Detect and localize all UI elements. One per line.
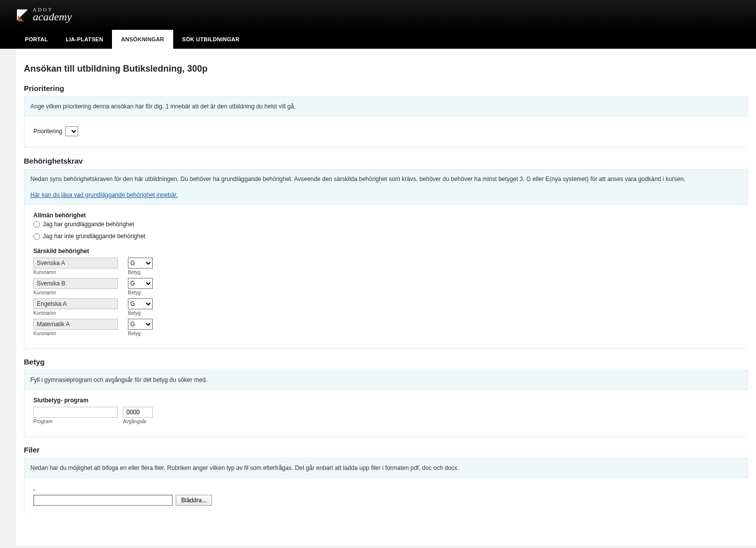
radio-has-behorighet[interactable] — [33, 221, 40, 228]
program-under-label: Program — [33, 419, 118, 424]
info-betyg-text: Fyll i gymnasieprogram och avgångsår för… — [30, 376, 208, 383]
sarskild-behorighet-label: Särskild behörighet — [33, 248, 739, 255]
course-name-under-label: Kursnamn — [33, 270, 118, 275]
info-filer: Nedan har du möjlighet att bifoga en ell… — [24, 458, 748, 478]
nav-item-ans-kningar[interactable]: ANSÖKNINGAR — [112, 30, 173, 49]
main-nav: PORTALLIA-PLATSENANSÖKNINGARSÖK UTBILDNI… — [0, 30, 756, 49]
course-name-input — [33, 258, 118, 269]
avgangsar-under-label: Avgångsår — [123, 419, 153, 424]
nav-item-s-k-utbildningar[interactable]: SÖK UTBILDNINGAR — [173, 30, 248, 49]
section-prioritering-heading: Prioritering — [24, 84, 748, 92]
logo[interactable]: ADOY academy — [16, 7, 72, 23]
nav-item-portal[interactable]: PORTAL — [16, 30, 57, 49]
file-path-input[interactable] — [33, 495, 173, 506]
info-betyg: Fyll i gymnasieprogram och avgångsår för… — [24, 370, 748, 390]
course-name-under-label: Kursnamn — [33, 331, 118, 336]
info-behorighet: Nedan syns behörighetskraven för den här… — [24, 169, 748, 205]
file-field-label: . — [33, 485, 739, 492]
course-name-input — [33, 298, 118, 309]
prioritering-label: Prioritering — [33, 128, 62, 135]
info-behorighet-text: Nedan syns behörighetskraven för den här… — [30, 175, 742, 183]
info-filer-text: Nedan har du möjlighet att bifoga en ell… — [30, 464, 459, 471]
course-grade-select[interactable]: G — [128, 258, 153, 269]
course-name-under-label: Kursnamn — [33, 290, 118, 295]
course-grade-select[interactable]: G — [128, 319, 153, 330]
logo-text: ADOY academy — [33, 7, 72, 23]
betyg-block: Slutbetyg- program Program Avgångsår — [24, 390, 748, 437]
allman-behorighet-label: Allmän behörighet — [33, 212, 739, 219]
nav-item-lia-platsen[interactable]: LIA-PLATSEN — [57, 30, 112, 49]
section-betyg-heading: Betyg — [24, 358, 748, 366]
page-body: Ansökan till utbildning Butiksledning, 3… — [16, 49, 756, 546]
course-grade-under-label: Betyg — [128, 270, 153, 275]
course-grade-under-label: Betyg — [128, 290, 153, 295]
course-grade-under-label: Betyg — [128, 310, 153, 316]
filer-block: . Bläddra... — [24, 478, 748, 515]
section-filer-heading: Filer — [24, 446, 748, 454]
course-grade-select[interactable]: G — [128, 278, 153, 289]
radio-no-behorighet-label: Jag har inte grundläggande behörighet — [43, 233, 145, 240]
header: ADOY academy — [0, 0, 756, 30]
info-behorighet-link[interactable]: Här kan du läsa vad grundläggande behöri… — [30, 191, 178, 198]
course-grade-under-label: Betyg — [128, 331, 153, 336]
logo-mark-icon — [16, 8, 29, 21]
behorighet-block: Allmän behörighet Jag har grundläggande … — [24, 205, 748, 349]
course-grade-select[interactable]: G — [128, 298, 153, 309]
brand-line2: academy — [33, 10, 72, 23]
section-behorighet-heading: Behörighetskrav — [24, 157, 748, 165]
browse-button[interactable]: Bläddra... — [176, 495, 212, 506]
course-name-input — [33, 319, 118, 330]
page-title: Ansökan till utbildning Butiksledning, 3… — [24, 64, 748, 74]
radio-no-behorighet[interactable] — [33, 233, 40, 240]
program-input[interactable] — [33, 407, 118, 418]
info-prioritering-text: Ange vilken prioritering denna ansökan h… — [30, 103, 296, 110]
course-name-input — [33, 278, 118, 289]
avgangsar-input[interactable] — [123, 407, 153, 418]
slutbetyg-label: Slutbetyg- program — [33, 397, 739, 404]
prioritering-block: Prioritering — [24, 116, 748, 148]
info-prioritering: Ange vilken prioritering denna ansökan h… — [24, 96, 748, 116]
prioritering-select[interactable] — [65, 126, 78, 136]
radio-has-behorighet-label: Jag har grundläggande behörighet — [43, 221, 134, 228]
course-name-under-label: Kursnamn — [33, 310, 118, 316]
